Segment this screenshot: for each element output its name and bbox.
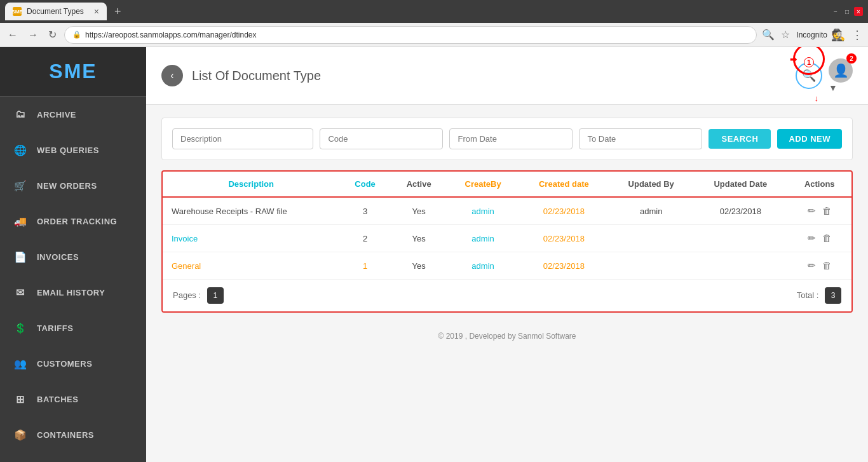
row1-actions: ✏ 🗑 (788, 197, 851, 225)
order-tracking-icon: 🚚 (13, 214, 28, 229)
row2-code: 2 (339, 225, 390, 252)
sidebar-item-order-tracking[interactable]: 🚚 ORDER TRACKING (0, 203, 146, 239)
pagination-row: Pages : 1 Total : 3 (163, 279, 851, 311)
row1-created-date: 02/23/2018 (519, 197, 609, 225)
col-created-by: CreateBy (447, 172, 519, 197)
table-row: Invoice 2 Yes admin 02/23/2018 ✏ 🗑 (163, 225, 851, 252)
sidebar-label-email-history: EMAIL HISTORY (37, 288, 105, 297)
current-page[interactable]: 1 (207, 287, 224, 304)
page-header: ‹ List Of Document Type ➡ 1 🔍 ↓ 2 (146, 47, 868, 105)
sidebar-item-new-orders[interactable]: 🛒 NEW ORDERS (0, 168, 146, 203)
from-date-filter-input[interactable] (449, 128, 573, 149)
sidebar-item-web-queries[interactable]: 🌐 WEB QUERIES (0, 132, 146, 168)
new-tab-button[interactable]: + (109, 5, 126, 18)
row3-created-date: 02/23/2018 (519, 252, 609, 280)
incognito-area: Incognito 🕵 (796, 28, 845, 42)
menu-icon[interactable]: ⋮ (851, 28, 863, 42)
sidebar-item-batches[interactable]: ⊞ BATCHES (0, 381, 146, 417)
sidebar-item-shipments[interactable]: 🚢 SHIPMENTS (0, 452, 146, 462)
indicator-num-1: 1 (804, 57, 814, 67)
row3-updated-by (609, 252, 693, 280)
row3-updated-date (693, 252, 787, 280)
indicator-arrow-2: ↓ (815, 93, 819, 103)
sidebar: SME 🗂 ARCHIVE 🌐 WEB QUERIES 🛒 NEW ORDERS… (0, 47, 146, 462)
search-button[interactable]: SEARCH (709, 129, 771, 149)
page-title: List Of Document Type (192, 69, 321, 83)
tariffs-icon: 💲 (13, 320, 28, 336)
footer: © 2019 , Developed by Sanmol Software (146, 325, 868, 347)
row3-actions: ✏ 🗑 (788, 252, 851, 280)
window-controls: − □ × (831, 7, 863, 16)
header-actions: ➡ 1 🔍 ↓ 2 👤 ▼ (796, 58, 853, 93)
tab-close-button[interactable]: × (94, 6, 99, 17)
sidebar-item-archive[interactable]: 🗂 ARCHIVE (0, 97, 146, 132)
search-icon[interactable]: 🔍 (762, 29, 775, 41)
col-updated-by: Updated By (609, 172, 693, 197)
search-btn-group: 1 🔍 (796, 62, 822, 89)
document-type-table: Description Code Active CreateBy Created… (163, 172, 851, 279)
invoices-icon: 📄 (13, 249, 28, 264)
browser-chrome: SME Document Types × + − □ × (0, 0, 868, 23)
description-filter-input[interactable] (172, 128, 313, 149)
sidebar-item-tariffs[interactable]: 💲 TARIFFS (0, 310, 146, 346)
user-avatar-group: 2 👤 ▼ (829, 58, 853, 93)
forward-nav-button[interactable]: → (25, 28, 41, 42)
row3-description: General (163, 252, 339, 280)
address-bar-row: ← → ↻ 🔒 https://areopost.sanmolapps.com/… (0, 23, 868, 47)
user-dropdown-chevron[interactable]: ▼ (829, 83, 837, 93)
sidebar-label-batches: BATCHES (37, 395, 78, 404)
tab-bar: SME Document Types × + (5, 3, 826, 20)
star-icon[interactable]: ☆ (781, 29, 790, 41)
code-filter-input[interactable] (320, 128, 443, 149)
row2-updated-date (693, 225, 787, 252)
row3-created-by: admin (447, 252, 519, 280)
back-nav-button[interactable]: ← (5, 28, 20, 42)
add-new-button[interactable]: ADD NEW (777, 129, 842, 149)
containers-icon: 📦 (13, 427, 28, 442)
address-box[interactable]: 🔒 https://areopost.sanmolapps.com/manage… (64, 26, 757, 44)
maximize-button[interactable]: □ (843, 7, 851, 16)
sidebar-label-new-orders: NEW ORDERS (37, 181, 97, 191)
incognito-icon: 🕵 (831, 28, 845, 42)
sidebar-item-invoices[interactable]: 📄 INVOICES (0, 239, 146, 275)
row2-description: Invoice (163, 225, 339, 252)
back-button[interactable]: ‹ (161, 65, 183, 86)
row1-edit-icon[interactable]: ✏ (808, 205, 816, 217)
row2-delete-icon[interactable]: 🗑 (822, 233, 832, 243)
active-tab[interactable]: SME Document Types × (5, 3, 107, 20)
email-history-icon: ✉ (13, 285, 28, 300)
row2-created-by: admin (447, 225, 519, 252)
row3-edit-icon[interactable]: ✏ (808, 260, 816, 271)
lock-icon: 🔒 (72, 31, 81, 39)
row3-delete-icon[interactable]: 🗑 (822, 260, 832, 271)
row3-active: Yes (391, 252, 447, 280)
logo-text: SME (49, 60, 97, 83)
tab-title: Document Types (27, 7, 84, 16)
row2-created-date: 02/23/2018 (519, 225, 609, 252)
row2-active: Yes (391, 225, 447, 252)
reload-button[interactable]: ↻ (46, 27, 59, 42)
page-header-left: ‹ List Of Document Type (161, 65, 321, 86)
sidebar-item-containers[interactable]: 📦 CONTAINERS (0, 417, 146, 452)
sidebar-item-customers[interactable]: 👥 CUSTOMERS (0, 346, 146, 381)
table-row: Warehouse Receipts - RAW file 3 Yes admi… (163, 197, 851, 225)
row2-updated-by (609, 225, 693, 252)
document-type-table-container: Description Code Active CreateBy Created… (161, 170, 853, 313)
to-date-filter-input[interactable] (579, 128, 702, 149)
row2-edit-icon[interactable]: ✏ (808, 233, 816, 244)
sidebar-item-email-history[interactable]: ✉ EMAIL HISTORY (0, 275, 146, 310)
indicator-arrow-2-group: ↓ (815, 93, 819, 103)
incognito-label: Incognito (796, 31, 827, 39)
close-button[interactable]: × (854, 7, 863, 16)
sidebar-label-tariffs: TARIFFS (37, 323, 73, 333)
filter-bar: SEARCH ADD NEW (161, 118, 853, 160)
url-text: https://areopost.sanmolapps.com/manager/… (85, 31, 256, 39)
sidebar-label-order-tracking: ORDER TRACKING (37, 217, 117, 226)
minimize-button[interactable]: − (831, 7, 840, 16)
row1-delete-icon[interactable]: 🗑 (822, 205, 832, 216)
row1-description: Warehouse Receipts - RAW file (163, 197, 339, 225)
row1-updated-by: admin (609, 197, 693, 225)
sidebar-label-customers: CUSTOMERS (37, 359, 92, 369)
row3-code: 1 (339, 252, 390, 280)
content-area: SEARCH ADD NEW Description Code Active C… (146, 105, 868, 325)
